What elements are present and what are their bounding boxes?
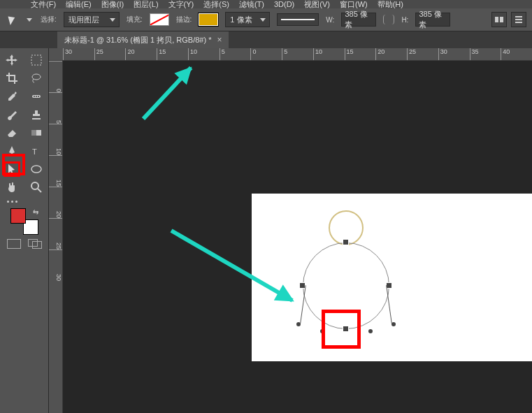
quickmask-icon[interactable] (7, 239, 21, 249)
canvas-area[interactable] (63, 61, 532, 413)
stroke-style-preview[interactable] (277, 13, 319, 26)
svg-rect-1 (500, 17, 503, 22)
brush-tool[interactable] (3, 107, 20, 122)
ruler-tick: 10 (313, 48, 345, 60)
annotation-highlight-anchor (322, 310, 361, 349)
shape-tool[interactable] (28, 161, 45, 177)
ruler-tick: 15 (345, 48, 376, 60)
svg-rect-3 (515, 16, 522, 17)
ruler-tick: 25 (49, 218, 62, 249)
vertical-ruler[interactable]: 0 5 10 15 20 25 30 (49, 61, 63, 413)
hand-tool[interactable] (3, 180, 20, 195)
document-tab-bar: 未标题-1 @ 31.6% (椭圆 1 拷贝, RGB/8#) * × (0, 31, 532, 48)
menu-window[interactable]: 窗口(W) (340, 0, 368, 10)
ruler-tick: 40 (501, 48, 532, 60)
svg-rect-5 (31, 55, 41, 65)
menu-filter[interactable]: 滤镜(T) (239, 0, 264, 10)
marquee-tool[interactable] (28, 52, 45, 68)
svg-point-10 (38, 96, 39, 97)
anchor-point[interactable] (300, 283, 305, 288)
handle-point[interactable] (368, 329, 373, 333)
menu-view[interactable]: 视图(V) (304, 0, 330, 10)
swap-colors-icon[interactable]: ⇆ (33, 208, 38, 216)
width-label: W: (326, 16, 334, 24)
eyedropper-tool[interactable] (3, 89, 20, 104)
align-button[interactable] (491, 12, 507, 27)
ruler-tick: 30 (49, 249, 62, 281)
ruler-tick: 0 (49, 61, 62, 92)
healing-tool[interactable] (28, 89, 45, 104)
options-bar: 选择: 现用图层 填充: 描边: 1 像素 W: 385 像素 H: 385 像… (0, 8, 532, 31)
ruler-tick: 20 (49, 187, 62, 218)
handle-point[interactable] (391, 322, 396, 326)
stroke-label: 描边: (176, 15, 192, 24)
ruler-tick: 15 (49, 155, 62, 187)
crop-tool[interactable] (3, 71, 20, 86)
close-tab-icon[interactable]: × (217, 35, 222, 45)
menu-type[interactable]: 文字(Y) (168, 0, 194, 10)
handle-point[interactable] (296, 322, 301, 326)
stamp-tool[interactable] (28, 107, 45, 122)
svg-point-14 (31, 166, 41, 173)
screenmode-icon[interactable] (28, 239, 42, 249)
width-field[interactable]: 385 像素 (341, 13, 376, 27)
horizontal-ruler[interactable]: 30 25 20 15 10 5 0 5 10 15 20 25 30 35 4… (49, 48, 532, 61)
annotation-highlight-tool (2, 154, 25, 175)
anchor-point[interactable] (387, 283, 391, 288)
arrange-button[interactable] (511, 12, 526, 27)
ruler-tick: 35 (470, 48, 501, 60)
layer-mode-select[interactable]: 现用图层 (64, 12, 120, 27)
fill-label: 填充: (127, 15, 143, 24)
tool-preset-dropdown[interactable] (25, 15, 34, 24)
document-tab[interactable]: 未标题-1 @ 31.6% (椭圆 1 拷贝, RGB/8#) * × (57, 31, 229, 48)
artboard[interactable] (252, 194, 532, 361)
svg-rect-4 (515, 22, 522, 23)
eraser-tool[interactable] (3, 125, 20, 140)
tools-panel: T ⇆ (0, 48, 49, 413)
annotation-arrow (142, 66, 193, 120)
menu-edit[interactable]: 编辑(E) (66, 0, 92, 10)
menu-image[interactable]: 图像(I) (101, 0, 124, 10)
foreground-color[interactable] (10, 208, 26, 224)
svg-point-9 (36, 96, 37, 97)
menu-3d[interactable]: 3D(D) (274, 0, 294, 8)
menu-help[interactable]: 帮助(H) (378, 0, 403, 10)
ruler-tick: 5 (282, 48, 313, 60)
svg-point-15 (31, 182, 38, 189)
link-wh-icon[interactable] (383, 15, 394, 24)
ruler-tick: 0 (250, 48, 282, 60)
ruler-tick: 25 (407, 48, 438, 60)
ruler-tick: 25 (94, 48, 126, 60)
move-tool[interactable] (3, 52, 20, 68)
height-field[interactable]: 385 像素 (415, 13, 450, 27)
path-selection-icon[interactable] (6, 13, 18, 26)
ruler-tick: 15 (157, 48, 188, 60)
expand-tools-icon[interactable] (1, 198, 47, 205)
svg-rect-0 (495, 17, 498, 22)
height-label: H: (401, 16, 408, 24)
select-label: 选择: (41, 15, 57, 24)
stroke-swatch[interactable] (199, 13, 218, 26)
gradient-tool[interactable] (28, 125, 45, 140)
svg-text:T: T (32, 147, 37, 156)
menu-file[interactable]: 文件(F) (31, 0, 56, 10)
stroke-width-select[interactable]: 1 像素 (225, 12, 270, 27)
ruler-tick: 30 (438, 48, 470, 60)
fill-swatch[interactable] (150, 13, 169, 26)
svg-rect-2 (515, 19, 522, 20)
ruler-tick: 30 (63, 48, 94, 60)
document-title: 未标题-1 @ 31.6% (椭圆 1 拷贝, RGB/8#) * (64, 35, 211, 45)
ruler-tick: 10 (188, 48, 220, 60)
svg-rect-12 (31, 130, 36, 136)
menu-layer[interactable]: 图层(L) (134, 0, 158, 10)
zoom-tool[interactable] (28, 180, 45, 195)
ruler-tick: 10 (49, 124, 62, 155)
menu-select[interactable]: 选择(S) (203, 0, 229, 10)
menu-bar: 文件(F) 编辑(E) 图像(I) 图层(L) 文字(Y) 选择(S) 滤镜(T… (0, 0, 532, 8)
svg-point-8 (34, 96, 35, 97)
anchor-point[interactable] (343, 240, 348, 245)
type-tool[interactable]: T (28, 143, 45, 159)
lasso-tool[interactable] (28, 71, 45, 86)
ruler-tick: 5 (49, 92, 62, 124)
color-swatches[interactable]: ⇆ (10, 208, 38, 235)
